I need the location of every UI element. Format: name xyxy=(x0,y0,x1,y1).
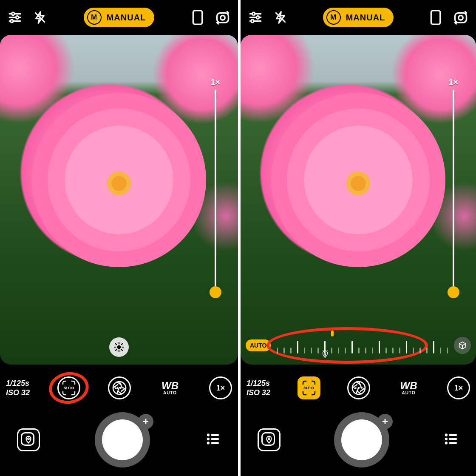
svg-point-3 xyxy=(16,16,19,19)
shutter-assembly: + xyxy=(334,412,389,467)
svg-point-40 xyxy=(268,438,270,439)
mode-letter: M xyxy=(87,10,102,25)
focus-mode-button[interactable]: AUTO xyxy=(57,376,80,399)
gallery-button[interactable] xyxy=(17,428,40,451)
svg-point-24 xyxy=(207,438,210,440)
list-menu-button[interactable] xyxy=(443,431,459,449)
shutter-row: + xyxy=(241,411,476,476)
brightness-button[interactable] xyxy=(109,337,129,357)
zoom-track[interactable] xyxy=(453,90,454,292)
svg-point-5 xyxy=(11,20,14,23)
ar-cube-button[interactable] xyxy=(454,337,471,354)
shutter-speed: 1/125s xyxy=(6,379,30,388)
exposure-readout: 1/125s ISO 32 xyxy=(6,379,30,398)
svg-point-45 xyxy=(445,442,448,444)
shutter-speed: 1/125s xyxy=(246,379,270,388)
lens-button[interactable]: 1× xyxy=(447,376,470,399)
svg-rect-44 xyxy=(449,438,457,440)
svg-rect-46 xyxy=(449,442,457,444)
switch-camera-icon[interactable] xyxy=(215,10,230,25)
wb-label: WB xyxy=(162,381,178,391)
switch-camera-icon[interactable] xyxy=(453,10,468,25)
svg-point-21 xyxy=(28,438,29,439)
wb-sub: AUTO xyxy=(402,391,415,395)
svg-point-26 xyxy=(207,442,210,444)
controls-row: 1/125s ISO 32 AUTO AUTO WB AUTO 1× xyxy=(241,365,476,411)
shutter-row: + xyxy=(0,411,238,476)
svg-point-43 xyxy=(445,438,448,440)
camera-screen-right: M MANUAL 1× AUTO xyxy=(238,0,476,476)
white-balance-button[interactable]: WB AUTO xyxy=(159,376,181,399)
svg-point-41 xyxy=(445,433,448,436)
focus-mode-label: AUTO xyxy=(303,386,314,390)
shutter-plus-button[interactable]: + xyxy=(138,414,153,429)
svg-rect-42 xyxy=(449,434,457,436)
mode-letter: M xyxy=(326,10,341,25)
top-toolbar: M MANUAL xyxy=(241,0,476,35)
focus-slider[interactable] xyxy=(275,331,450,360)
flower-subject xyxy=(32,93,206,267)
controls-row: 1/125s ISO 32 AUTO AUTO WB AUTO 1× xyxy=(0,365,238,411)
aspect-ratio-icon[interactable] xyxy=(191,9,204,26)
zoom-slider[interactable]: 1× xyxy=(448,77,458,292)
list-menu-button[interactable] xyxy=(205,431,221,449)
zoom-slider[interactable]: 1× xyxy=(210,77,220,292)
viewfinder[interactable]: 1× xyxy=(0,35,238,365)
viewfinder[interactable]: 1× AUTO xyxy=(241,35,476,365)
settings-sliders-icon[interactable] xyxy=(248,10,263,25)
white-balance-button[interactable]: WB AUTO xyxy=(397,376,420,399)
wb-sub: AUTO xyxy=(163,391,177,395)
camera-screen-left: M MANUAL 1× 1/125s ISO 32 xyxy=(0,0,238,476)
aperture-label: AUTO xyxy=(115,386,125,390)
svg-point-38 xyxy=(459,16,463,20)
svg-line-19 xyxy=(122,344,122,345)
svg-point-31 xyxy=(256,16,259,19)
aperture-button[interactable]: AUTO xyxy=(347,376,370,399)
zoom-value: 1× xyxy=(210,77,220,87)
iso-value: ISO 32 xyxy=(246,388,270,398)
svg-line-16 xyxy=(116,344,116,345)
svg-rect-37 xyxy=(455,13,467,23)
exposure-readout: 1/125s ISO 32 xyxy=(246,379,270,398)
flash-off-icon[interactable] xyxy=(33,11,47,24)
lens-label: 1× xyxy=(216,384,225,393)
settings-sliders-icon[interactable] xyxy=(8,10,22,25)
shutter-button[interactable] xyxy=(341,419,382,460)
svg-rect-36 xyxy=(431,11,440,24)
macro-icon xyxy=(320,349,330,360)
svg-rect-25 xyxy=(211,438,219,440)
aperture-label: AUTO xyxy=(354,386,364,390)
gallery-button[interactable] xyxy=(258,428,280,451)
mode-label: MANUAL xyxy=(107,13,146,23)
svg-rect-27 xyxy=(211,442,219,444)
svg-point-11 xyxy=(117,345,121,349)
focus-pointer[interactable] xyxy=(331,331,334,336)
svg-line-17 xyxy=(122,350,122,351)
aspect-ratio-icon[interactable] xyxy=(429,9,442,26)
svg-point-29 xyxy=(252,12,255,15)
svg-point-22 xyxy=(207,433,210,436)
svg-point-10 xyxy=(221,16,225,20)
zoom-handle[interactable] xyxy=(448,286,459,298)
zoom-track[interactable] xyxy=(215,90,216,292)
svg-point-1 xyxy=(11,12,14,15)
zoom-value: 1× xyxy=(448,77,458,87)
focus-auto-chip[interactable]: AUTO xyxy=(246,339,271,351)
lens-button[interactable]: 1× xyxy=(209,376,232,399)
svg-point-33 xyxy=(251,20,254,23)
zoom-handle[interactable] xyxy=(210,286,221,298)
flash-off-icon[interactable] xyxy=(274,11,287,24)
shutter-plus-button[interactable]: + xyxy=(377,414,393,429)
flower-subject xyxy=(271,93,445,267)
shutter-button[interactable] xyxy=(102,419,143,460)
svg-rect-23 xyxy=(211,434,219,436)
mode-chip[interactable]: M MANUAL xyxy=(84,8,155,27)
lens-label: 1× xyxy=(454,384,463,393)
mode-chip[interactable]: M MANUAL xyxy=(323,8,394,27)
svg-line-18 xyxy=(116,350,116,351)
svg-rect-9 xyxy=(217,13,229,23)
aperture-button[interactable]: AUTO xyxy=(108,376,131,399)
svg-rect-8 xyxy=(193,11,202,24)
focus-overlay: AUTO xyxy=(241,331,476,360)
focus-mode-button[interactable]: AUTO xyxy=(298,376,320,399)
